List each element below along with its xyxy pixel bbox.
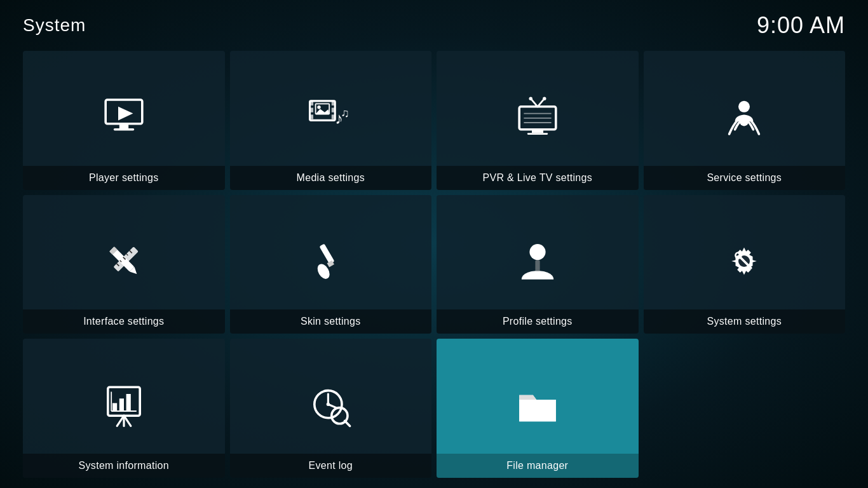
skin-icon bbox=[305, 236, 356, 287]
tile-profile-settings[interactable]: Profile settings bbox=[437, 195, 639, 334]
svg-rect-40 bbox=[535, 260, 539, 271]
svg-point-20 bbox=[529, 97, 532, 100]
svg-rect-7 bbox=[310, 115, 313, 119]
svg-rect-51 bbox=[126, 394, 130, 411]
profile-icon bbox=[512, 236, 563, 287]
header: System 9:00 AM bbox=[0, 0, 868, 46]
settings-grid: Player settings ♪ ♫ bbox=[0, 46, 868, 488]
tile-media-settings[interactable]: ♪ ♫ Media settings bbox=[230, 51, 432, 190]
service-settings-label: Service settings bbox=[644, 166, 846, 190]
svg-point-26 bbox=[738, 101, 750, 112]
service-icon bbox=[719, 92, 770, 142]
svg-line-46 bbox=[124, 416, 131, 426]
clock: 9:00 AM bbox=[757, 12, 845, 39]
skin-settings-label: Skin settings bbox=[230, 309, 432, 334]
tile-pvr-settings[interactable]: PVR & Live TV settings bbox=[437, 51, 639, 190]
svg-rect-16 bbox=[532, 130, 543, 133]
svg-point-21 bbox=[543, 97, 546, 100]
eventlog-icon bbox=[305, 380, 356, 431]
tile-system-information[interactable]: System information bbox=[23, 339, 225, 478]
svg-marker-3 bbox=[118, 107, 133, 121]
system-settings-icon bbox=[719, 236, 770, 287]
svg-point-59 bbox=[327, 402, 330, 405]
svg-line-45 bbox=[117, 416, 124, 426]
svg-text:♫: ♫ bbox=[341, 107, 349, 119]
player-settings-label: Player settings bbox=[23, 166, 225, 190]
profile-settings-label: Profile settings bbox=[437, 309, 639, 334]
sysinfo-icon bbox=[98, 380, 149, 431]
tile-system-settings[interactable]: System settings bbox=[644, 195, 846, 334]
tile-interface-settings[interactable]: Interface settings bbox=[23, 195, 225, 334]
event-log-label: Event log bbox=[230, 454, 432, 478]
pvr-icon bbox=[512, 92, 563, 142]
svg-rect-5 bbox=[310, 101, 313, 105]
tile-skin-settings[interactable]: Skin settings bbox=[230, 195, 432, 334]
page-title: System bbox=[23, 15, 86, 36]
svg-rect-1 bbox=[119, 124, 128, 128]
svg-rect-49 bbox=[112, 403, 117, 411]
file-manager-label: File manager bbox=[437, 454, 639, 478]
svg-rect-17 bbox=[527, 133, 548, 135]
system-information-label: System information bbox=[23, 454, 225, 478]
svg-rect-8 bbox=[332, 101, 335, 105]
tile-event-log[interactable]: Event log bbox=[230, 339, 432, 478]
svg-point-12 bbox=[318, 105, 321, 109]
system-settings-label: System settings bbox=[644, 309, 846, 334]
pvr-settings-label: PVR & Live TV settings bbox=[437, 166, 639, 190]
svg-rect-50 bbox=[119, 398, 124, 411]
tile-file-manager[interactable]: File manager bbox=[437, 339, 639, 478]
media-settings-label: Media settings bbox=[230, 166, 432, 190]
tile-player-settings[interactable]: Player settings bbox=[23, 51, 225, 190]
interface-settings-label: Interface settings bbox=[23, 309, 225, 334]
tile-service-settings[interactable]: Service settings bbox=[644, 51, 846, 190]
interface-icon bbox=[98, 236, 149, 287]
svg-line-58 bbox=[345, 421, 350, 426]
svg-rect-6 bbox=[310, 108, 313, 112]
svg-point-39 bbox=[529, 244, 545, 260]
filemanager-icon bbox=[512, 380, 563, 431]
svg-rect-2 bbox=[114, 128, 134, 131]
player-icon bbox=[98, 92, 149, 142]
media-icon: ♪ ♫ bbox=[305, 92, 356, 142]
